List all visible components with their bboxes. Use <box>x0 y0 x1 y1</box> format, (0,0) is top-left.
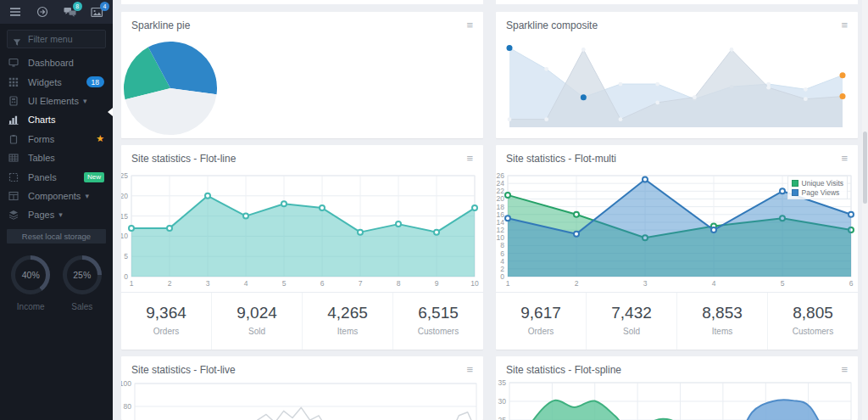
svg-text:16: 16 <box>497 210 505 219</box>
stat-label: Sold <box>623 327 640 336</box>
svg-text:6: 6 <box>500 249 504 258</box>
stat-label: Sold <box>248 327 265 336</box>
scrollbar-thumb[interactable] <box>863 132 867 204</box>
menu-toggle-button[interactable] <box>7 5 24 19</box>
panel-menu-icon[interactable]: ≡ <box>841 366 848 374</box>
chevron-down-icon: ▾ <box>85 192 89 200</box>
legend-label: Unique Visits <box>802 179 843 188</box>
sidebar: 8 4 Dashboard <box>0 0 113 420</box>
charts-icon <box>8 115 20 125</box>
panel-header: Site statistics - Flot-line ≡ <box>121 145 483 169</box>
panel-menu-icon[interactable]: ≡ <box>466 366 473 374</box>
svg-text:35: 35 <box>498 380 507 387</box>
svg-text:2: 2 <box>575 279 579 288</box>
svg-text:80: 80 <box>124 402 132 411</box>
sidebar-item-ui-elements[interactable]: UI Elements ▾ <box>0 92 113 110</box>
stat-value: 4,265 <box>327 304 368 322</box>
legend-swatch-blue <box>792 189 798 196</box>
chevron-down-icon: ▾ <box>83 97 87 105</box>
stat-customers: 8,805 Customers <box>767 293 858 350</box>
sidebar-item-forms[interactable]: Forms ★ <box>0 130 113 148</box>
sidebar-item-components[interactable]: Components ▾ <box>0 187 113 205</box>
hamburger-icon <box>9 6 21 18</box>
vertical-scrollbar[interactable] <box>862 0 868 420</box>
favorite-star-icon: ★ <box>96 133 104 144</box>
panel-title: Site statistics - Flot-live <box>131 364 236 376</box>
svg-text:8: 8 <box>397 279 401 288</box>
scrolled-panel-remnant <box>496 0 858 4</box>
stat-orders: 9,617 Orders <box>496 293 586 350</box>
svg-text:4: 4 <box>244 279 248 288</box>
media-button[interactable]: 4 <box>89 5 106 19</box>
messages-button[interactable]: 8 <box>62 5 79 19</box>
stat-value: 8,853 <box>702 304 743 322</box>
sidebar-item-pages[interactable]: Pages ▾ <box>0 205 113 224</box>
panels-new-badge: New <box>84 172 104 182</box>
composite-area-chart <box>506 36 848 131</box>
panel-flot-multi: Site statistics - Flot-multi ≡ Unique Vi… <box>496 145 858 350</box>
svg-text:1: 1 <box>506 279 510 288</box>
svg-text:6: 6 <box>849 279 854 288</box>
sales-gauge-ring: 25% <box>63 255 102 294</box>
reset-local-storage-button[interactable]: Reset local storage <box>7 229 106 244</box>
panels-icon <box>8 172 20 182</box>
svg-text:1: 1 <box>130 279 134 288</box>
svg-text:5: 5 <box>781 279 785 288</box>
pages-icon <box>8 210 20 220</box>
stat-value: 8,805 <box>793 304 833 322</box>
svg-text:25: 25 <box>121 171 128 180</box>
stat-label: Items <box>712 327 732 336</box>
svg-text:8: 8 <box>500 241 504 249</box>
sidebar-item-label: Tables <box>28 153 55 163</box>
flot-live-chart: 100806040 <box>121 380 483 420</box>
chevron-down-icon: ▾ <box>58 210 63 219</box>
sidebar-item-label: Charts <box>28 115 55 125</box>
sidebar-item-tables[interactable]: Tables <box>0 148 113 167</box>
sidebar-item-label: Dashboard <box>28 58 74 68</box>
stat-sold: 7,432 Sold <box>586 293 676 350</box>
panel-header: Sparkline pie ≡ <box>121 12 483 36</box>
svg-text:5: 5 <box>282 279 287 288</box>
panel-flot-live: Site statistics - Flot-live ≡ 100806040 <box>121 356 483 420</box>
sidebar-item-panels[interactable]: Panels New <box>0 167 113 186</box>
svg-text:2: 2 <box>168 279 172 288</box>
svg-text:10: 10 <box>121 232 128 240</box>
panel-menu-icon[interactable]: ≡ <box>841 21 848 30</box>
svg-text:0: 0 <box>124 272 128 281</box>
legend-swatch-green <box>792 180 798 187</box>
sidebar-item-label: Pages <box>28 210 54 220</box>
stat-value: 7,432 <box>611 304 652 322</box>
widgets-count-badge: 18 <box>86 76 104 87</box>
svg-text:4: 4 <box>500 257 504 266</box>
panel-menu-icon[interactable]: ≡ <box>466 154 473 163</box>
stat-items: 4,265 Items <box>302 293 392 350</box>
panel-sparkline-pie: Sparkline pie ≡ <box>121 12 483 138</box>
sidebar-item-label: Widgets <box>28 77 62 87</box>
stat-value: 6,515 <box>418 304 459 322</box>
components-icon <box>8 191 20 201</box>
stat-label: Orders <box>528 327 554 336</box>
panel-title: Site statistics - Flot-line <box>131 153 236 165</box>
legend-label: Page Views <box>802 188 840 197</box>
panel-header: Site statistics - Flot-spline ≡ <box>496 356 858 380</box>
app-root: 8 4 Dashboard <box>0 0 868 420</box>
svg-text:10: 10 <box>470 279 479 288</box>
sales-gauge-value: 25% <box>63 255 102 294</box>
panel-header: Site statistics - Flot-multi ≡ <box>496 145 858 169</box>
svg-text:0: 0 <box>500 272 504 281</box>
sidebar-item-widgets[interactable]: Widgets 18 <box>0 72 113 91</box>
nav-shortcut-button[interactable] <box>34 5 51 19</box>
arrow-circle-icon <box>36 6 48 18</box>
panel-menu-icon[interactable]: ≡ <box>841 154 848 163</box>
svg-text:3: 3 <box>643 279 648 288</box>
svg-text:14: 14 <box>497 218 505 227</box>
dashboard-icon <box>8 58 20 68</box>
filter-menu-input[interactable] <box>7 30 106 48</box>
sidebar-item-label: Forms <box>28 134 54 144</box>
legend-entry: Page Views <box>792 188 843 197</box>
panel-flot-line: Site statistics - Flot-line ≡ 0510152025… <box>121 145 483 350</box>
sidebar-item-charts[interactable]: Charts <box>0 110 113 129</box>
forms-icon <box>8 134 20 144</box>
panel-menu-icon[interactable]: ≡ <box>466 21 473 30</box>
sidebar-item-dashboard[interactable]: Dashboard <box>0 53 113 72</box>
